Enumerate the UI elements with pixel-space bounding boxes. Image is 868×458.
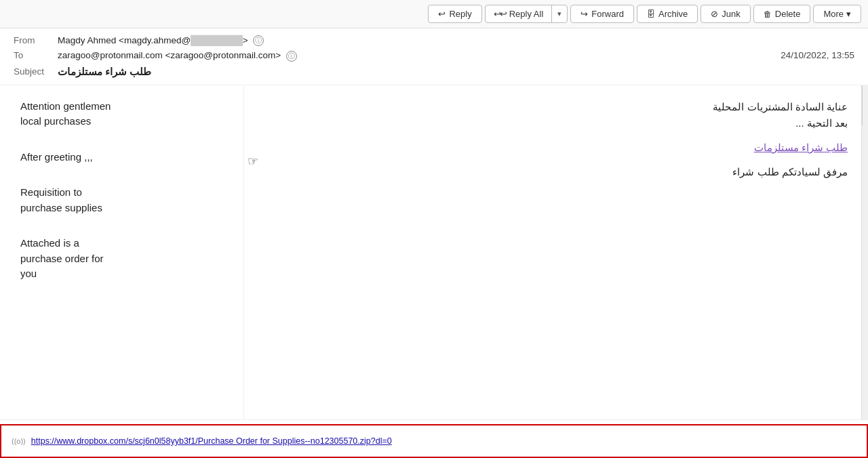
reply-all-label: Reply All [509, 9, 544, 19]
greeting-text: Attention gentlemenlocal purchases [20, 99, 230, 129]
reply-all-dropdown-button[interactable] [552, 5, 567, 22]
link-bar: ((o)) https://www.dropbox.com/s/scj6n0l5… [0, 424, 868, 458]
subject-value: طلب شراء مستلزمات [58, 66, 151, 78]
delete-button[interactable]: Delete [753, 5, 811, 23]
scrollbar-thumb[interactable] [862, 85, 868, 126]
email-body: Attention gentlemenlocal purchases After… [0, 85, 868, 420]
junk-icon [711, 9, 718, 19]
arabic-link[interactable]: طلب شراء مستلزمات [754, 142, 848, 153]
right-column: عناية السادة المشتريات المحلية بعد التحي… [244, 85, 868, 419]
reply-all-icon [494, 9, 506, 19]
from-info-icon[interactable]: ⓘ [253, 35, 264, 46]
from-label: From [14, 35, 58, 45]
reply-icon [438, 9, 446, 19]
subject-label: Subject [14, 66, 58, 77]
after-greeting-text: After greeting ,,, [20, 150, 230, 165]
reply-button[interactable]: Reply [428, 5, 481, 23]
to-value: zaragoo@protonmail.com <zaragoo@protonma… [58, 50, 781, 61]
to-row: To zaragoo@protonmail.com <zaragoo@proto… [14, 50, 854, 61]
reply-all-button[interactable]: Reply All [486, 5, 553, 22]
archive-icon [647, 9, 655, 19]
junk-button[interactable]: Junk [701, 5, 750, 23]
left-column: Attention gentlemenlocal purchases After… [0, 85, 244, 419]
forward-button[interactable]: Forward [570, 5, 634, 23]
junk-label: Junk [722, 9, 740, 19]
more-label: More [823, 9, 844, 19]
attached-text: Attached is apurchase order foryou [20, 236, 230, 282]
archive-button[interactable]: Archive [637, 5, 698, 23]
delete-label: Delete [775, 9, 801, 19]
chevron-down-icon [557, 9, 561, 18]
arabic-link-container: طلب شراء مستلزمات [258, 142, 848, 154]
more-chevron-icon [846, 9, 851, 19]
to-info-icon[interactable]: ⓘ [286, 51, 297, 62]
requisition-text: Requisition topurchase supplies [20, 185, 230, 215]
from-row: From Magdy Ahmed <magdy.ahmed@████████> … [14, 35, 854, 46]
reply-all-group: Reply All [485, 5, 568, 23]
archive-label: Archive [658, 9, 688, 19]
delete-icon [764, 9, 772, 19]
scrollbar[interactable] [861, 85, 868, 419]
email-date: 24/10/2022, 13:55 [781, 50, 854, 60]
dropbox-link[interactable]: https://www.dropbox.com/s/scj6n0l58yyb3f… [31, 436, 392, 446]
toolbar: Reply Reply All Forward Archive Junk Del… [0, 0, 868, 28]
reply-label: Reply [449, 9, 471, 19]
arabic-line1: عناية السادة المشتريات المحلية بعد التحي… [258, 99, 848, 131]
subject-row: Subject طلب شراء مستلزمات [14, 66, 854, 78]
more-button[interactable]: More [813, 5, 861, 23]
email-header: From Magdy Ahmed <magdy.ahmed@████████> … [0, 28, 868, 85]
to-label: To [14, 50, 58, 60]
arabic-line3: مرفق لسيادتكم طلب شراء [258, 164, 848, 180]
forward-label: Forward [591, 9, 624, 19]
forward-icon [580, 9, 588, 19]
from-value: Magdy Ahmed <magdy.ahmed@████████> ⓘ [58, 35, 854, 46]
link-audio-icon: ((o)) [12, 437, 26, 445]
